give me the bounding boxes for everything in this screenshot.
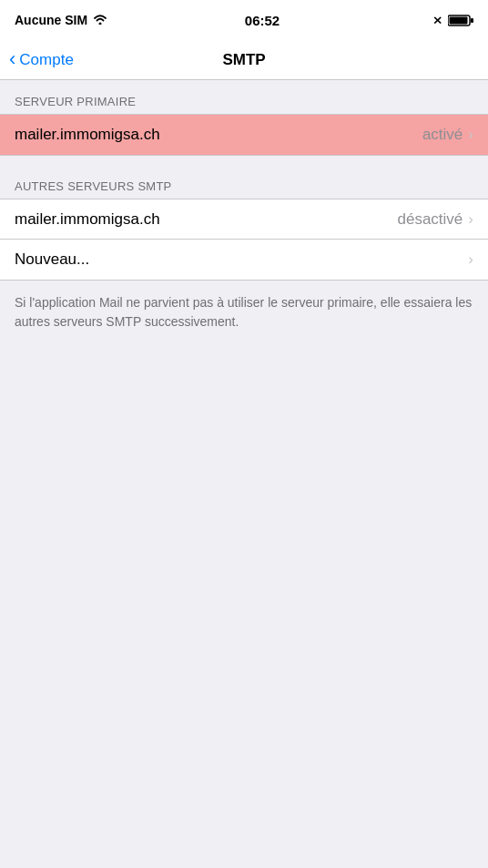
carrier-label: Aucune SIM <box>15 13 87 27</box>
status-bar: Aucune SIM 06:52 ⨯ <box>0 0 488 40</box>
other-server-chevron-icon-1: › <box>468 210 473 229</box>
other-server-name-1: mailer.immomigsa.ch <box>15 210 160 229</box>
bluetooth-icon: ⨯ <box>432 14 442 27</box>
info-text: Si l'application Mail ne parvient pas à … <box>0 281 488 344</box>
svg-rect-2 <box>471 18 473 23</box>
other-server-status-1: désactivé <box>398 210 463 229</box>
primary-section-header: SERVEUR PRIMAIRE <box>0 80 488 114</box>
nav-bar: ‹ Compte SMTP <box>0 40 488 80</box>
wifi-icon <box>93 13 107 27</box>
other-servers-section: mailer.immomigsa.ch désactivé › Nouveau.… <box>0 199 488 281</box>
back-button[interactable]: ‹ Compte <box>9 51 74 69</box>
nouveau-label: Nouveau... <box>15 250 89 269</box>
back-label: Compte <box>19 51 74 69</box>
status-left: Aucune SIM <box>15 13 124 27</box>
status-right: ⨯ <box>401 14 473 27</box>
other-server-row-1[interactable]: mailer.immomigsa.ch désactivé › <box>0 199 488 240</box>
back-chevron-icon: ‹ <box>9 49 15 69</box>
primary-server-section: mailer.immomigsa.ch activé › <box>0 114 488 156</box>
svg-point-0 <box>99 23 102 26</box>
section-spacer-1 <box>0 156 488 165</box>
primary-server-chevron-icon: › <box>468 126 473 144</box>
svg-rect-3 <box>450 16 468 24</box>
nouveau-chevron-icon: › <box>468 250 473 269</box>
primary-server-row[interactable]: mailer.immomigsa.ch activé › <box>0 115 488 155</box>
status-time: 06:52 <box>124 13 401 28</box>
nouveau-row[interactable]: Nouveau... › <box>0 240 488 280</box>
page-title: SMTP <box>222 51 265 69</box>
primary-server-name: mailer.immomigsa.ch <box>15 126 160 144</box>
other-section-header: AUTRES SERVEURS SMTP <box>0 165 488 199</box>
primary-server-status: activé <box>422 126 463 144</box>
primary-server-right: activé › <box>422 126 473 144</box>
battery-icon <box>448 15 473 26</box>
nouveau-right: › <box>468 250 473 269</box>
other-server-right-1: désactivé › <box>398 210 474 229</box>
